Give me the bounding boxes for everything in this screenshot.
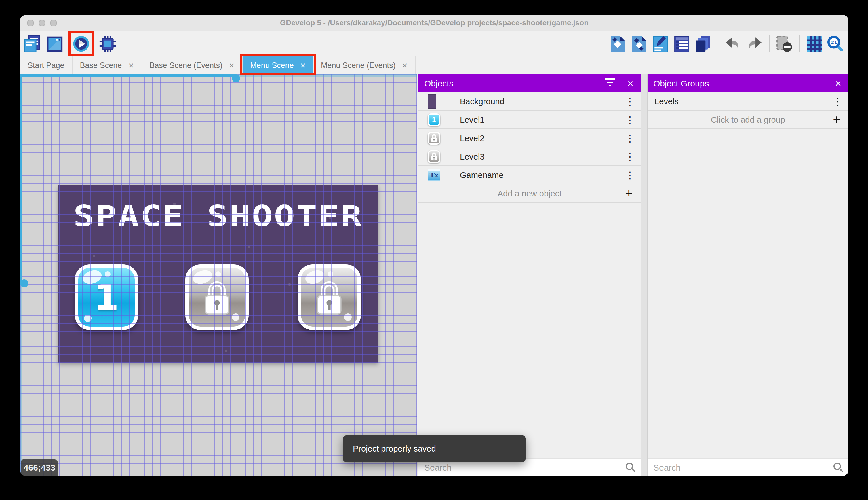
- annotation-play-highlight: [69, 31, 94, 56]
- scene-title-text-object[interactable]: SPACE SHOOTER: [58, 202, 378, 230]
- object-groups-list: Levels ⋮ Click to add a group +: [647, 92, 848, 129]
- star-decoration: [329, 217, 331, 219]
- locked-sprite-thumbnail: [428, 150, 440, 163]
- search-icon: [833, 462, 843, 475]
- add-new-object-row[interactable]: Add a new object +: [419, 184, 641, 203]
- lock-icon: [202, 280, 232, 315]
- open-properties-button[interactable]: [652, 35, 669, 52]
- add-new-object-label: Add a new object: [497, 189, 562, 198]
- objects-panel: Objects ✕ Background ⋮ 1: [418, 74, 641, 476]
- search-icon: [625, 462, 635, 475]
- plus-icon[interactable]: +: [833, 111, 840, 129]
- svg-text:1:1: 1:1: [831, 40, 837, 45]
- tab-close-icon[interactable]: ✕: [128, 61, 134, 69]
- object-menu-icon[interactable]: ⋮: [625, 166, 635, 184]
- group-menu-icon[interactable]: ⋮: [833, 92, 843, 111]
- object-menu-icon[interactable]: ⋮: [625, 147, 635, 166]
- play-icon: [72, 35, 90, 53]
- object-row-level2[interactable]: Level2 ⋮: [419, 129, 641, 147]
- tab-menu-scene[interactable]: Menu Scene ✕: [243, 56, 314, 74]
- save-toast: Project properly saved: [343, 435, 526, 462]
- vertical-scrollbar-thumb[interactable]: [20, 280, 28, 287]
- close-panel-icon[interactable]: ✕: [627, 74, 634, 92]
- level1-number: 1: [78, 268, 135, 327]
- layers-icon: [695, 35, 711, 52]
- toolbar-separator: [769, 35, 770, 53]
- open-layers-button[interactable]: [695, 35, 712, 52]
- object-groups-panel-icon: [631, 35, 647, 52]
- open-instances-list-button[interactable]: [673, 35, 690, 52]
- project-manager-icon: [24, 35, 41, 53]
- object-row-level3[interactable]: Level3 ⋮: [419, 147, 641, 166]
- object-name: Gamename: [460, 170, 504, 180]
- scene-tab-bar: Start Page Base Scene ✕ Base Scene (Even…: [20, 56, 848, 74]
- object-row-background[interactable]: Background ⋮: [419, 92, 641, 111]
- object-row-level1[interactable]: 1 Level1 ⋮: [419, 111, 641, 129]
- tab-close-icon[interactable]: ✕: [229, 61, 235, 69]
- groups-search-bar: [647, 458, 848, 476]
- horizontal-scrollbar[interactable]: [20, 74, 417, 77]
- group-name: Levels: [655, 96, 679, 106]
- object-menu-icon[interactable]: ⋮: [625, 92, 635, 111]
- scene-editor-canvas[interactable]: SPACE SHOOTER 1: [20, 74, 417, 476]
- locked-sprite-thumbnail: [428, 132, 440, 144]
- lock-icon: [431, 152, 437, 161]
- close-panel-icon[interactable]: ✕: [835, 74, 842, 92]
- level3-button-object[interactable]: [297, 264, 361, 330]
- toggle-mask-button[interactable]: [776, 35, 793, 52]
- star-decoration: [225, 350, 227, 352]
- plus-icon[interactable]: +: [625, 184, 633, 203]
- undo-icon: [725, 36, 741, 52]
- object-groups-panel: Object Groups ✕ Levels ⋮ Click to add a …: [647, 74, 848, 476]
- redo-icon: [746, 36, 763, 52]
- add-group-row[interactable]: Click to add a group +: [647, 111, 848, 129]
- object-name: Level3: [460, 152, 484, 161]
- group-row-levels[interactable]: Levels ⋮: [647, 92, 848, 111]
- star-decoration: [127, 329, 129, 332]
- object-row-gamename[interactable]: Tx Gamename ⋮: [419, 166, 641, 184]
- start-page-button[interactable]: [46, 35, 63, 53]
- object-menu-icon[interactable]: ⋮: [625, 129, 635, 147]
- tab-label: Menu Scene: [250, 61, 294, 70]
- object-groups-panel-header: Object Groups ✕: [647, 74, 848, 92]
- tab-label: Base Scene: [80, 61, 122, 70]
- object-menu-icon[interactable]: ⋮: [625, 111, 635, 129]
- instances-list-icon: [674, 35, 690, 52]
- toggle-grid-button[interactable]: [806, 35, 822, 52]
- objects-panel-icon: [610, 35, 626, 52]
- lock-icon: [431, 134, 437, 142]
- horizontal-scrollbar-thumb[interactable]: [232, 74, 240, 82]
- panel-divider[interactable]: [641, 74, 647, 476]
- tab-close-icon[interactable]: ✕: [402, 61, 408, 69]
- zoom-original-button[interactable]: 1:1: [827, 35, 844, 52]
- redo-button[interactable]: [746, 35, 763, 52]
- tab-base-scene-events[interactable]: Base Scene (Events) ✕: [142, 56, 243, 74]
- objects-panel-header: Objects ✕: [419, 74, 641, 92]
- level2-button-object[interactable]: [185, 264, 249, 330]
- level1-sprite-thumbnail: 1: [428, 113, 440, 126]
- start-page-icon: [46, 35, 63, 53]
- zoom-1-1-icon: 1:1: [827, 35, 844, 53]
- window-title: GDevelop 5 - /Users/dkarakay/Documents/G…: [20, 15, 848, 31]
- tab-close-icon[interactable]: ✕: [300, 61, 306, 69]
- groups-search-input[interactable]: [647, 458, 848, 476]
- star-decoration: [289, 283, 291, 286]
- level1-button-object[interactable]: 1: [75, 264, 138, 330]
- debug-button[interactable]: [99, 35, 116, 53]
- filter-icon[interactable]: [605, 78, 615, 88]
- open-objects-panel-button[interactable]: [610, 35, 626, 52]
- vertical-scrollbar[interactable]: [20, 74, 22, 476]
- debug-icon: [99, 35, 116, 53]
- tab-menu-scene-events[interactable]: Menu Scene (Events) ✕: [314, 56, 416, 74]
- toolbar-separator: [799, 35, 799, 53]
- tab-base-scene[interactable]: Base Scene ✕: [72, 56, 142, 74]
- scene-background-object[interactable]: SPACE SHOOTER 1: [58, 185, 378, 363]
- play-button[interactable]: [72, 35, 90, 53]
- open-object-groups-button[interactable]: [631, 35, 647, 52]
- horizontal-scrollbar-track: [20, 74, 236, 77]
- tab-start-page[interactable]: Start Page: [20, 56, 72, 74]
- object-name: Level1: [460, 115, 484, 124]
- project-manager-button[interactable]: [24, 35, 41, 53]
- lock-icon: [314, 280, 344, 315]
- undo-button[interactable]: [725, 35, 741, 52]
